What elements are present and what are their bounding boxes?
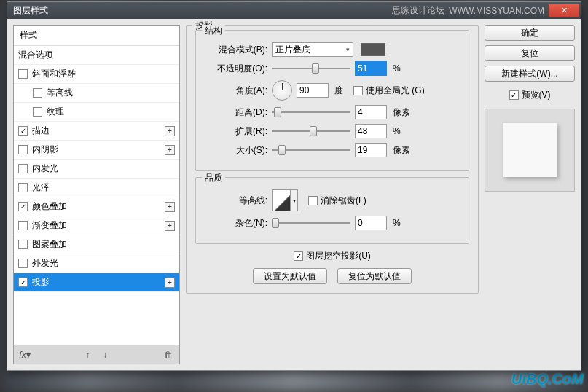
sidebar-item-label: 投影 (32, 276, 50, 289)
style-checkbox[interactable]: ✓ (18, 126, 28, 136)
sidebar-item[interactable]: 光泽 (14, 179, 179, 197)
sidebar-item-label: 纹理 (47, 106, 64, 118)
opacity-unit: % (393, 63, 401, 74)
blend-mode-label: 混合模式(B): (205, 44, 267, 56)
antialias-label: 消除锯齿(L) (321, 195, 366, 207)
noise-input[interactable]: 0 (355, 216, 387, 230)
sidebar-item[interactable]: 内阴影+ (14, 141, 179, 160)
knockout-checkbox[interactable]: ✓ (294, 251, 303, 261)
spread-slider[interactable] (272, 125, 350, 137)
spread-input[interactable]: 48 (355, 124, 387, 138)
style-checkbox[interactable] (18, 259, 28, 268)
antialias-checkbox[interactable] (308, 196, 318, 205)
global-light-checkbox[interactable] (353, 86, 363, 95)
ok-button[interactable]: 确定 (485, 25, 575, 41)
size-label: 大小(S): (205, 144, 267, 157)
structure-legend: 结构 (202, 25, 225, 37)
style-checkbox[interactable] (18, 240, 28, 249)
add-effect-icon[interactable]: + (165, 202, 175, 212)
sidebar-item-blending-options[interactable]: 混合选项 (14, 46, 179, 65)
spread-unit: % (393, 126, 401, 136)
dropshadow-panel: 投影 结构 混合模式(B): 正片叠底 不透明度(O): 51 % (186, 25, 479, 294)
sidebar-item-label: 光泽 (32, 181, 50, 194)
sidebar-item[interactable]: 内发光 (14, 160, 179, 179)
cancel-button[interactable]: 复位 (485, 45, 575, 61)
sidebar-item-label: 内发光 (32, 162, 58, 175)
reset-default-button[interactable]: 复位为默认值 (337, 268, 412, 284)
new-style-button[interactable]: 新建样式(W)... (485, 66, 575, 82)
sidebar-item[interactable]: ✓颜色叠加+ (14, 197, 179, 216)
size-input[interactable]: 19 (355, 143, 387, 157)
style-checkbox[interactable] (33, 88, 42, 98)
noise-label: 杂色(N): (205, 217, 267, 230)
style-checkbox[interactable] (18, 164, 28, 173)
preview-label: 预览(V) (522, 89, 551, 101)
sidebar-item-label: 描边 (32, 125, 50, 137)
make-default-button[interactable]: 设置为默认值 (253, 268, 327, 284)
distance-slider[interactable] (272, 106, 350, 118)
preview-checkbox[interactable]: ✓ (509, 90, 519, 100)
sidebar-item-label: 混合选项 (18, 49, 53, 61)
sidebar-item[interactable]: 图案叠加 (14, 235, 179, 254)
chevron-down-icon[interactable]: ▾ (290, 190, 297, 211)
arrow-up-icon[interactable]: ↑ (82, 348, 95, 361)
sidebar-item[interactable]: 等高线 (14, 84, 179, 103)
structure-group: 结构 混合模式(B): 正片叠底 不透明度(O): 51 % 角度(A): (195, 30, 469, 171)
sidebar: 样式 混合选项 斜面和浮雕等高线纹理✓描边+内阴影+内发光光泽✓颜色叠加+渐变叠… (13, 25, 180, 364)
sidebar-item[interactable]: 渐变叠加+ (14, 216, 179, 235)
sidebar-item[interactable]: 纹理 (14, 103, 179, 122)
quality-group: 品质 等高线: ▾ 消除锯齿(L) 杂色(N): 0 % (195, 177, 469, 244)
preview-box (485, 109, 575, 192)
distance-input[interactable]: 4 (355, 105, 387, 119)
angle-dial[interactable] (272, 80, 292, 101)
style-checkbox[interactable] (18, 69, 28, 79)
size-unit: 像素 (393, 144, 410, 157)
sidebar-item-label: 斜面和浮雕 (32, 68, 76, 80)
contour-label: 等高线: (205, 195, 267, 207)
contour-picker[interactable]: ▾ (272, 189, 298, 211)
sidebar-item-label: 图案叠加 (32, 238, 67, 251)
style-list-header[interactable]: 样式 (14, 26, 179, 46)
style-checkbox[interactable]: ✓ (18, 202, 28, 211)
add-effect-icon[interactable]: + (165, 221, 175, 231)
close-button[interactable]: ✕ (549, 4, 579, 17)
distance-label: 距离(D): (205, 106, 267, 119)
style-checkbox[interactable] (33, 107, 42, 117)
spread-label: 扩展(R): (205, 125, 267, 138)
opacity-slider[interactable] (272, 63, 350, 74)
main-panel: 投影 结构 混合模式(B): 正片叠底 不透明度(O): 51 % (186, 25, 479, 364)
sidebar-item[interactable]: ✓投影+ (14, 273, 179, 292)
style-checkbox[interactable] (18, 183, 28, 192)
titlebar[interactable]: 图层样式 思缘设计论坛 WWW.MISSYUAN.COM ✕ (7, 2, 581, 19)
fx-menu-icon[interactable]: fx▾ (18, 348, 31, 361)
arrow-down-icon[interactable]: ↓ (99, 348, 112, 361)
angle-unit: 度 (334, 85, 343, 97)
sidebar-item-label: 内阴影 (32, 144, 58, 156)
sidebar-item-label: 颜色叠加 (32, 200, 67, 213)
shadow-color-swatch[interactable] (361, 43, 385, 56)
sidebar-item-label: 等高线 (47, 87, 73, 99)
sidebar-item[interactable]: 斜面和浮雕 (14, 65, 179, 84)
sidebar-item[interactable]: 外发光 (14, 254, 179, 273)
size-slider[interactable] (272, 144, 350, 156)
style-list: 样式 混合选项 斜面和浮雕等高线纹理✓描边+内阴影+内发光光泽✓颜色叠加+渐变叠… (13, 25, 180, 345)
preview-thumbnail (503, 123, 557, 177)
blend-mode-select[interactable]: 正片叠底 (272, 42, 353, 57)
trash-icon[interactable]: 🗑 (162, 348, 175, 361)
opacity-input[interactable]: 51 (355, 61, 387, 76)
layer-style-dialog: 图层样式 思缘设计论坛 WWW.MISSYUAN.COM ✕ 样式 混合选项 斜… (7, 1, 581, 371)
right-column: 确定 复位 新建样式(W)... ✓ 预览(V) (485, 25, 575, 364)
angle-input[interactable]: 90 (297, 83, 329, 98)
sidebar-item[interactable]: ✓描边+ (14, 122, 179, 141)
style-checkbox[interactable]: ✓ (18, 278, 28, 287)
add-effect-icon[interactable]: + (165, 145, 175, 155)
noise-slider[interactable] (272, 217, 350, 229)
knockout-label: 图层挖空投影(U) (306, 250, 371, 262)
style-checkbox[interactable] (18, 221, 28, 230)
quality-legend: 品质 (202, 172, 225, 184)
add-effect-icon[interactable]: + (165, 126, 175, 136)
add-effect-icon[interactable]: + (165, 278, 175, 288)
style-checkbox[interactable] (18, 145, 28, 154)
global-light-label: 使用全局光 (G) (366, 85, 425, 97)
sidebar-item-label: 外发光 (32, 257, 58, 270)
